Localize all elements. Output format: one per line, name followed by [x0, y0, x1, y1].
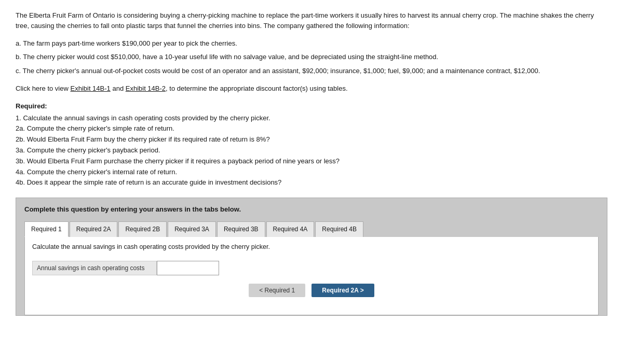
prev-button[interactable]: < Required 1: [249, 284, 305, 297]
exhibit-line: Click here to view Exhibit 14B-1 and Exh…: [16, 83, 607, 94]
nav-buttons: < Required 1 Required 2A >: [32, 284, 591, 305]
complete-box: Complete this question by entering your …: [16, 198, 607, 316]
item-c: c. The cherry picker's annual out-of-poc…: [16, 66, 607, 76]
exhibit-connector: and: [111, 85, 126, 92]
tab-required-2a[interactable]: Required 2A: [70, 221, 118, 237]
complete-box-title: Complete this question by entering your …: [24, 205, 599, 213]
tab-required-3b[interactable]: Required 3B: [217, 221, 265, 237]
annual-savings-label: Annual savings in cash operating costs: [32, 261, 157, 275]
required-item-4b: 4b. Does it appear the simple rate of re…: [16, 177, 607, 188]
problem-items: a. The farm pays part-time workers $190,…: [16, 38, 607, 76]
exhibit-14b1-link[interactable]: Exhibit 14B-1: [70, 85, 110, 92]
required-item-1: 1. Calculate the annual savings in cash …: [16, 113, 607, 124]
tabs-container: Required 1 Required 2A Required 2B Requi…: [24, 221, 599, 237]
required-item-2b: 2b. Would Elberta Fruit Farm buy the che…: [16, 134, 607, 145]
tab-required-2b[interactable]: Required 2B: [118, 221, 167, 237]
tab-required-4b[interactable]: Required 4B: [315, 221, 363, 237]
tab-required-4a[interactable]: Required 4A: [266, 221, 315, 237]
item-a: a. The farm pays part-time workers $190,…: [16, 38, 607, 49]
required-item-2a: 2a. Compute the cherry picker's simple r…: [16, 123, 607, 134]
item-b: b. The cherry picker would cost $510,000…: [16, 52, 607, 62]
exhibit-14b2-link[interactable]: Exhibit 14B-2: [126, 85, 166, 92]
tab-description: Calculate the annual savings in cash ope…: [32, 243, 591, 255]
required-section: Required: 1. Calculate the annual saving…: [16, 101, 607, 188]
exhibit-suffix: , to determine the appropriate discount …: [166, 85, 347, 92]
required-item-4a: 4a. Compute the cherry picker's internal…: [16, 167, 607, 178]
problem-intro: The Elberta Fruit Farm of Ontario is con…: [16, 10, 607, 31]
next-button[interactable]: Required 2A >: [312, 284, 374, 297]
tab-required-3a[interactable]: Required 3A: [168, 221, 216, 237]
required-title: Required:: [16, 101, 607, 112]
intro-text: The Elberta Fruit Farm of Ontario is con…: [16, 10, 607, 31]
exhibit-prefix: Click here to view: [16, 85, 70, 92]
required-item-3a: 3a. Compute the cherry picker's payback …: [16, 145, 607, 156]
input-row: Annual savings in cash operating costs: [32, 261, 591, 275]
tab-required-1[interactable]: Required 1: [24, 221, 69, 237]
tab-content-area: Calculate the annual savings in cash ope…: [24, 237, 599, 315]
annual-savings-input[interactable]: [157, 261, 219, 275]
required-item-3b: 3b. Would Elberta Fruit Farm purchase th…: [16, 156, 607, 167]
